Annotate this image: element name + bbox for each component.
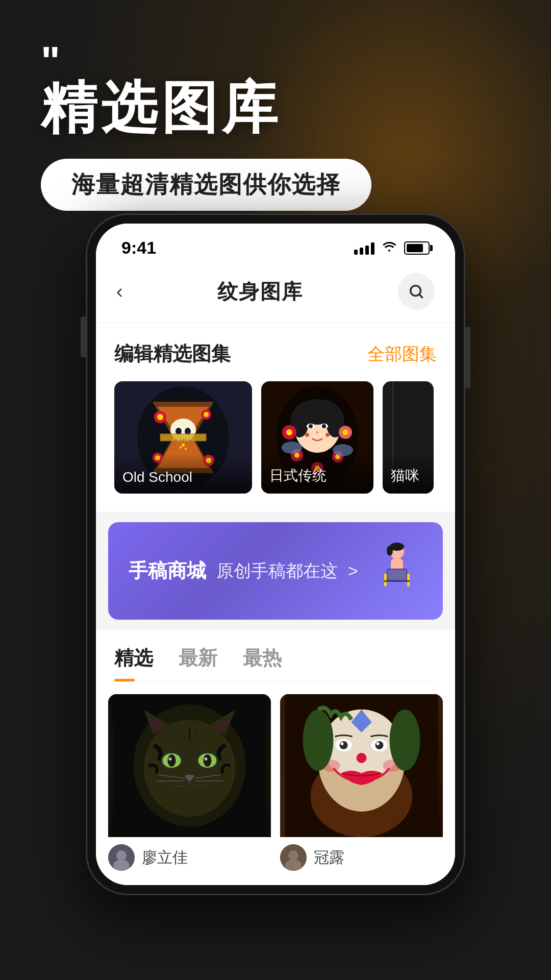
svg-point-59: [387, 546, 393, 556]
svg-point-99: [303, 709, 334, 771]
svg-point-100: [390, 709, 420, 771]
svg-point-36: [305, 433, 309, 437]
hero-subtitle: 海量超清精选图供你选择: [41, 159, 371, 211]
user-name-2: 冠露: [314, 847, 344, 868]
svg-point-102: [288, 850, 298, 861]
svg-rect-54: [384, 574, 387, 586]
tab-hottest[interactable]: 最热: [243, 645, 282, 681]
user-avatar-2: [280, 844, 307, 871]
tab-featured[interactable]: 精选: [114, 645, 153, 681]
gallery-item-3[interactable]: 猫咪: [383, 381, 434, 494]
svg-point-32: [309, 424, 313, 428]
tabs-row: 精选 最新 最热: [114, 645, 437, 682]
banner-text: 手稿商城 原创手稿都在这 >: [129, 558, 358, 584]
gallery-label-2: 日式传统: [261, 451, 373, 494]
gallery-row: Old School: [114, 381, 437, 512]
signal-icon: [354, 241, 374, 255]
svg-rect-61: [388, 570, 406, 580]
user-row-1: 廖立佳: [108, 837, 271, 873]
status-icons: [354, 239, 430, 256]
battery-icon: [404, 241, 430, 255]
editors-picks-section: 编辑精选图集 全部图集: [96, 323, 455, 512]
svg-point-73: [205, 757, 208, 761]
section-header: 编辑精选图集 全部图集: [114, 341, 437, 367]
svg-point-72: [169, 757, 172, 761]
svg-point-39: [286, 429, 292, 435]
tab-latest[interactable]: 最新: [179, 645, 217, 681]
phone-frame: 9:41: [87, 214, 464, 894]
gallery-label-3: 猫咪: [383, 451, 434, 494]
svg-point-94: [341, 742, 344, 745]
banner-title: 手稿商城: [129, 558, 206, 584]
gallery-item-1[interactable]: Old School: [114, 381, 252, 494]
tiger-image: [108, 694, 271, 837]
svg-point-83: [116, 850, 127, 861]
nav-bar: ‹ 纹身图库: [96, 263, 455, 323]
grid-item-2[interactable]: 冠露: [280, 694, 443, 873]
user-name-1: 廖立佳: [142, 847, 188, 868]
svg-point-93: [375, 741, 384, 749]
image-grid: 廖立佳: [108, 694, 443, 873]
grid-section: 廖立佳: [96, 682, 455, 885]
status-time: 9:41: [121, 238, 156, 258]
svg-point-92: [340, 741, 348, 749]
phone-mockup: 9:41: [87, 214, 464, 894]
svg-point-24: [185, 448, 187, 450]
svg-rect-55: [407, 574, 410, 586]
banner[interactable]: 手稿商城 原创手稿都在这 >: [108, 522, 443, 620]
banner-subtitle: 原创手稿都在这: [216, 559, 338, 583]
svg-point-34: [322, 424, 326, 428]
svg-point-43: [343, 430, 348, 435]
svg-rect-20: [160, 434, 206, 441]
svg-point-71: [204, 754, 212, 767]
svg-point-95: [377, 742, 380, 745]
banner-section: 手稿商城 原创手稿都在这 >: [96, 522, 455, 620]
svg-point-35: [316, 431, 318, 433]
page-title: 纹身图库: [217, 278, 303, 306]
svg-point-23: [180, 447, 182, 449]
section-title: 编辑精选图集: [114, 341, 231, 367]
svg-point-0: [411, 286, 421, 296]
svg-point-70: [168, 754, 176, 767]
svg-point-22: [182, 444, 185, 447]
status-bar: 9:41: [96, 224, 455, 263]
hero-title: 精选图库: [41, 77, 510, 138]
grid-item-1[interactable]: 廖立佳: [108, 694, 271, 873]
user-row-2: 冠露: [280, 837, 443, 873]
hero-section: " 精选图库 海量超清精选图供你选择: [0, 41, 551, 211]
gallery-item-2[interactable]: 日式传统: [261, 381, 373, 494]
quote-marks: ": [41, 41, 510, 82]
tabs-section: 精选 最新 最热: [96, 630, 455, 682]
svg-point-96: [357, 753, 367, 763]
section-more-link[interactable]: 全部图集: [367, 342, 437, 366]
search-button[interactable]: [398, 273, 435, 310]
user-avatar-1: [108, 844, 135, 871]
banner-arrow: >: [348, 561, 358, 581]
gallery-label-1: Old School: [114, 454, 252, 494]
back-button[interactable]: ‹: [116, 281, 123, 303]
svg-point-15: [204, 412, 209, 417]
svg-rect-62: [384, 580, 410, 582]
svg-point-37: [325, 433, 330, 437]
banner-illustration: [371, 541, 422, 601]
clown-image: [280, 694, 443, 837]
wifi-icon: [382, 239, 397, 256]
phone-screen: 9:41: [96, 224, 455, 885]
svg-point-13: [157, 414, 163, 420]
